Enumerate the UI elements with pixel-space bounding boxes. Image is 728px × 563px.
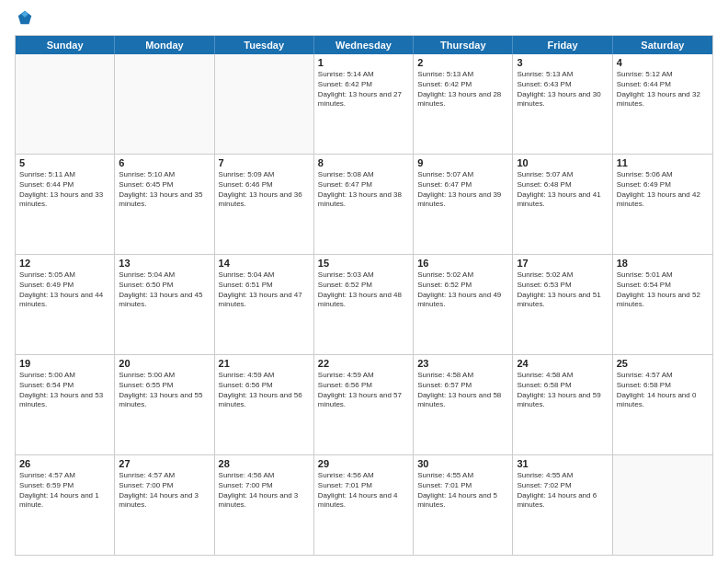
calendar-cell: 30Sunrise: 4:55 AM Sunset: 7:01 PM Dayli… (414, 455, 513, 555)
weekday-header-friday: Friday (513, 36, 612, 54)
cell-sun-info: Sunrise: 5:12 AM Sunset: 6:44 PM Dayligh… (617, 70, 709, 109)
day-number: 24 (517, 358, 608, 369)
cell-sun-info: Sunrise: 5:00 AM Sunset: 6:55 PM Dayligh… (119, 371, 210, 410)
calendar-cell: 24Sunrise: 4:58 AM Sunset: 6:58 PM Dayli… (513, 355, 612, 454)
cell-sun-info: Sunrise: 5:07 AM Sunset: 6:47 PM Dayligh… (417, 170, 508, 210)
calendar-cell: 6Sunrise: 5:10 AM Sunset: 6:45 PM Daylig… (115, 155, 214, 254)
day-number: 22 (318, 358, 409, 369)
day-number: 9 (417, 157, 508, 168)
calendar-cell: 15Sunrise: 5:03 AM Sunset: 6:52 PM Dayli… (314, 255, 414, 354)
cell-sun-info: Sunrise: 5:05 AM Sunset: 6:49 PM Dayligh… (19, 270, 110, 310)
calendar-cell: 5Sunrise: 5:11 AM Sunset: 6:44 PM Daylig… (16, 155, 115, 254)
calendar-header: SundayMondayTuesdayWednesdayThursdayFrid… (16, 36, 712, 54)
calendar-cell: 27Sunrise: 4:57 AM Sunset: 7:00 PM Dayli… (115, 455, 214, 555)
cell-sun-info: Sunrise: 5:08 AM Sunset: 6:47 PM Dayligh… (318, 170, 409, 210)
calendar-row: 19Sunrise: 5:00 AM Sunset: 6:54 PM Dayli… (16, 355, 712, 455)
weekday-header-monday: Monday (115, 36, 214, 54)
cell-sun-info: Sunrise: 4:59 AM Sunset: 6:56 PM Dayligh… (219, 371, 310, 410)
weekday-header-sunday: Sunday (16, 36, 115, 54)
day-number: 19 (19, 358, 110, 369)
cell-sun-info: Sunrise: 5:02 AM Sunset: 6:52 PM Dayligh… (417, 270, 508, 310)
day-number: 29 (318, 458, 409, 469)
calendar-cell (215, 54, 314, 154)
calendar-cell: 4Sunrise: 5:12 AM Sunset: 6:44 PM Daylig… (613, 54, 712, 154)
weekday-header-wednesday: Wednesday (314, 36, 414, 54)
day-number: 17 (517, 258, 608, 269)
cell-sun-info: Sunrise: 4:55 AM Sunset: 7:02 PM Dayligh… (517, 471, 608, 511)
weekday-header-tuesday: Tuesday (215, 36, 314, 54)
cell-sun-info: Sunrise: 4:59 AM Sunset: 6:56 PM Dayligh… (318, 371, 409, 410)
calendar-cell (115, 54, 214, 154)
cell-sun-info: Sunrise: 5:13 AM Sunset: 6:42 PM Dayligh… (417, 70, 508, 109)
cell-sun-info: Sunrise: 5:02 AM Sunset: 6:53 PM Dayligh… (517, 270, 608, 310)
day-number: 2 (417, 57, 508, 68)
calendar-cell: 23Sunrise: 4:58 AM Sunset: 6:57 PM Dayli… (414, 355, 513, 454)
cell-sun-info: Sunrise: 5:04 AM Sunset: 6:51 PM Dayligh… (219, 270, 310, 310)
calendar-cell: 22Sunrise: 4:59 AM Sunset: 6:56 PM Dayli… (314, 355, 414, 454)
calendar-cell: 19Sunrise: 5:00 AM Sunset: 6:54 PM Dayli… (16, 355, 115, 454)
header (15, 11, 713, 28)
calendar-cell: 10Sunrise: 5:07 AM Sunset: 6:48 PM Dayli… (513, 155, 612, 254)
weekday-header-thursday: Thursday (414, 36, 513, 54)
calendar-cell: 1Sunrise: 5:14 AM Sunset: 6:42 PM Daylig… (314, 54, 414, 154)
day-number: 11 (617, 157, 709, 168)
calendar-cell: 31Sunrise: 4:55 AM Sunset: 7:02 PM Dayli… (513, 455, 612, 555)
calendar-cell: 18Sunrise: 5:01 AM Sunset: 6:54 PM Dayli… (613, 255, 712, 354)
cell-sun-info: Sunrise: 5:00 AM Sunset: 6:54 PM Dayligh… (19, 371, 110, 410)
day-number: 30 (417, 458, 508, 469)
calendar-row: 5Sunrise: 5:11 AM Sunset: 6:44 PM Daylig… (16, 155, 712, 255)
calendar-cell: 3Sunrise: 5:13 AM Sunset: 6:43 PM Daylig… (513, 54, 612, 154)
calendar-cell: 29Sunrise: 4:56 AM Sunset: 7:01 PM Dayli… (314, 455, 414, 555)
calendar-cell: 8Sunrise: 5:08 AM Sunset: 6:47 PM Daylig… (314, 155, 414, 254)
day-number: 16 (417, 258, 508, 269)
cell-sun-info: Sunrise: 5:01 AM Sunset: 6:54 PM Dayligh… (617, 270, 709, 310)
calendar-row: 1Sunrise: 5:14 AM Sunset: 6:42 PM Daylig… (16, 54, 712, 155)
day-number: 10 (517, 157, 608, 168)
weekday-header-saturday: Saturday (613, 36, 712, 54)
calendar-cell: 16Sunrise: 5:02 AM Sunset: 6:52 PM Dayli… (414, 255, 513, 354)
calendar-cell: 14Sunrise: 5:04 AM Sunset: 6:51 PM Dayli… (215, 255, 314, 354)
cell-sun-info: Sunrise: 4:56 AM Sunset: 7:01 PM Dayligh… (318, 471, 409, 511)
day-number: 31 (517, 458, 608, 469)
logo-icon (17, 9, 33, 26)
calendar-cell: 9Sunrise: 5:07 AM Sunset: 6:47 PM Daylig… (414, 155, 513, 254)
calendar-cell (16, 54, 115, 154)
logo (15, 11, 33, 28)
day-number: 27 (119, 458, 210, 469)
calendar-cell: 2Sunrise: 5:13 AM Sunset: 6:42 PM Daylig… (414, 54, 513, 154)
day-number: 13 (119, 258, 210, 269)
day-number: 7 (219, 157, 310, 168)
calendar-cell: 12Sunrise: 5:05 AM Sunset: 6:49 PM Dayli… (16, 255, 115, 354)
day-number: 1 (318, 57, 409, 68)
calendar-cell (613, 455, 712, 555)
calendar-cell: 20Sunrise: 5:00 AM Sunset: 6:55 PM Dayli… (115, 355, 214, 454)
day-number: 23 (417, 358, 508, 369)
cell-sun-info: Sunrise: 4:57 AM Sunset: 6:58 PM Dayligh… (617, 371, 709, 410)
calendar-cell: 21Sunrise: 4:59 AM Sunset: 6:56 PM Dayli… (215, 355, 314, 454)
day-number: 12 (19, 258, 110, 269)
day-number: 8 (318, 157, 409, 168)
cell-sun-info: Sunrise: 5:10 AM Sunset: 6:45 PM Dayligh… (119, 170, 210, 210)
calendar-body: 1Sunrise: 5:14 AM Sunset: 6:42 PM Daylig… (16, 54, 712, 555)
day-number: 3 (517, 57, 608, 68)
cell-sun-info: Sunrise: 4:57 AM Sunset: 7:00 PM Dayligh… (119, 471, 210, 511)
day-number: 6 (119, 157, 210, 168)
calendar-row: 12Sunrise: 5:05 AM Sunset: 6:49 PM Dayli… (16, 255, 712, 355)
day-number: 25 (617, 358, 709, 369)
cell-sun-info: Sunrise: 4:57 AM Sunset: 6:59 PM Dayligh… (19, 471, 110, 511)
cell-sun-info: Sunrise: 5:07 AM Sunset: 6:48 PM Dayligh… (517, 170, 608, 210)
day-number: 26 (19, 458, 110, 469)
cell-sun-info: Sunrise: 4:58 AM Sunset: 6:57 PM Dayligh… (417, 371, 508, 410)
cell-sun-info: Sunrise: 4:56 AM Sunset: 7:00 PM Dayligh… (219, 471, 310, 511)
calendar-cell: 25Sunrise: 4:57 AM Sunset: 6:58 PM Dayli… (613, 355, 712, 454)
calendar-cell: 26Sunrise: 4:57 AM Sunset: 6:59 PM Dayli… (16, 455, 115, 555)
day-number: 15 (318, 258, 409, 269)
cell-sun-info: Sunrise: 5:13 AM Sunset: 6:43 PM Dayligh… (517, 70, 608, 109)
day-number: 5 (19, 157, 110, 168)
day-number: 18 (617, 258, 709, 269)
calendar-cell: 28Sunrise: 4:56 AM Sunset: 7:00 PM Dayli… (215, 455, 314, 555)
cell-sun-info: Sunrise: 5:09 AM Sunset: 6:46 PM Dayligh… (219, 170, 310, 210)
day-number: 20 (119, 358, 210, 369)
cell-sun-info: Sunrise: 5:06 AM Sunset: 6:49 PM Dayligh… (617, 170, 709, 210)
cell-sun-info: Sunrise: 4:58 AM Sunset: 6:58 PM Dayligh… (517, 371, 608, 410)
